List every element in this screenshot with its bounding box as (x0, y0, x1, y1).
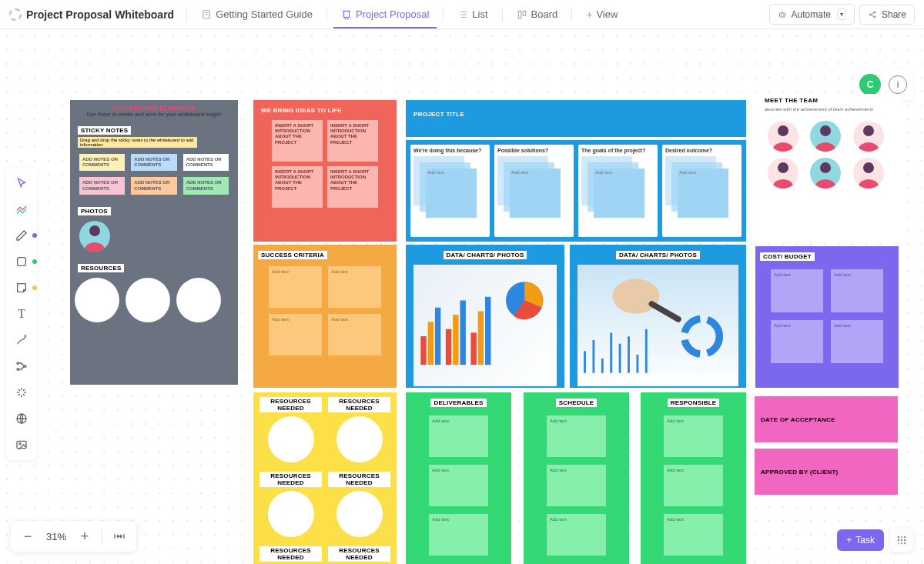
share-button[interactable]: Share (859, 5, 915, 25)
resp-note[interactable]: Add text (664, 465, 723, 506)
team-avatar[interactable] (768, 158, 798, 189)
photo-placeholder[interactable] (79, 221, 110, 252)
success-note[interactable]: Add text (328, 314, 381, 355)
deliv-note[interactable]: Add text (429, 514, 488, 556)
budget-note[interactable]: Add text (771, 320, 823, 363)
intro-note[interactable]: INSERT A SHORT INTRODUCTION ABOUT THE PR… (272, 166, 323, 208)
resource-circle[interactable] (268, 491, 314, 537)
deliverables-panel[interactable]: DELIVERABLES Add text Add text Add text (406, 392, 511, 564)
deliv-note[interactable]: Add text (429, 465, 488, 506)
team-avatar[interactable] (810, 158, 841, 189)
whiteboard-canvas[interactable]: C i T WHITEBOARD ELEMENTS Use these to c… (0, 29, 924, 564)
svg-rect-17 (428, 322, 434, 365)
budget-note[interactable]: Add text (831, 320, 883, 363)
zoom-out-button[interactable]: − (17, 526, 38, 547)
resource-circle[interactable] (126, 278, 170, 322)
sticky-note[interactable]: ADD NOTES OR COMMENTS (183, 177, 229, 194)
apps-button[interactable] (890, 529, 913, 552)
chart-image (413, 265, 557, 386)
charts-panel-1[interactable]: DATA/ CHARTS/ PHOTOS (406, 245, 564, 388)
success-panel[interactable]: SUCCESS CRITERIA Add text Add text Add t… (253, 245, 397, 388)
charts-label: DATA/ CHARTS/ PHOTOS (616, 251, 700, 259)
ai-tool[interactable] (11, 382, 32, 403)
cursor-tool[interactable] (11, 172, 32, 194)
resource-circle[interactable] (75, 278, 119, 322)
sched-note[interactable]: Add text (547, 415, 606, 457)
intro-note[interactable]: INSERT A SHORT INTRODUCTION ABOUT THE PR… (272, 120, 323, 162)
schedule-panel[interactable]: SCHEDULE Add text Add text Add text (524, 392, 629, 564)
resp-note[interactable]: Add text (664, 415, 723, 457)
share-label: Share (882, 9, 906, 20)
project-columns[interactable]: We're doing this because? Add text Possi… (406, 140, 746, 242)
pen-tool[interactable] (11, 225, 32, 246)
connector-tool[interactable] (11, 329, 32, 351)
tab-label: List (472, 8, 487, 20)
fit-width-button[interactable] (109, 526, 130, 547)
acceptance-panel[interactable]: DATE OF ACCEPTANCE (755, 396, 898, 442)
note-stack[interactable]: Add text (665, 156, 727, 216)
network-icon (15, 360, 28, 372)
task-button[interactable]: +Task (837, 529, 884, 551)
sticky-note[interactable]: ADD NOTES OR COMMENTS (79, 154, 125, 171)
resource-circle[interactable] (268, 416, 314, 462)
chevron-down-icon[interactable]: ▾ (837, 8, 846, 20)
automate-button[interactable]: Automate ▾ (769, 4, 855, 25)
avatar[interactable]: C (859, 74, 881, 95)
intro-note[interactable]: INSERT A SHORT INTRODUCTION ABOUT THE PR… (327, 120, 378, 162)
network-tool[interactable] (11, 355, 32, 377)
intro-note[interactable]: INSERT A SHORT INTRODUCTION ABOUT THE PR… (327, 166, 378, 208)
tab-project-proposal[interactable]: Project Proposal (333, 0, 437, 28)
tab-board[interactable]: Board (509, 0, 566, 28)
budget-panel[interactable]: COST/ BUDGET Add text Add text Add text … (755, 246, 899, 388)
budget-note[interactable]: Add text (831, 269, 883, 312)
svg-rect-24 (485, 297, 490, 365)
zoom-controls: − 31% + (11, 521, 136, 552)
team-avatar[interactable] (768, 121, 798, 152)
success-note[interactable]: Add text (269, 314, 322, 355)
team-avatar[interactable] (853, 121, 884, 152)
ideas-panel[interactable]: WE BRING IDEAS TO LIFE INSERT A SHORT IN… (253, 100, 397, 242)
team-avatar[interactable] (810, 121, 841, 152)
text-tool[interactable]: T (11, 303, 32, 325)
sticky-note[interactable]: ADD NOTES OR COMMENTS (131, 154, 176, 171)
sticky-icon (15, 282, 28, 294)
sticky-tool[interactable] (11, 277, 32, 299)
sticky-note[interactable]: ADD NOTES OR COMMENTS (131, 177, 176, 194)
sticky-note[interactable]: ADD NOTES OR COMMENTS (183, 154, 229, 171)
resp-note[interactable]: Add text (664, 514, 723, 556)
responsible-panel[interactable]: RESPONSIBLE Add text Add text Add text (641, 392, 746, 564)
tab-getting-started[interactable]: Getting Started Guide (193, 0, 320, 28)
doc-icon (201, 9, 212, 20)
tab-list[interactable]: List (450, 0, 495, 28)
diagram-tool[interactable] (11, 199, 32, 220)
team-avatar[interactable] (853, 158, 884, 189)
note-stack[interactable]: Add text (497, 156, 559, 216)
sticky-note[interactable]: ADD NOTES OR COMMENTS (79, 177, 125, 194)
sched-note[interactable]: Add text (547, 514, 606, 556)
tab-add-view[interactable]: + View (578, 0, 625, 28)
success-note[interactable]: Add text (269, 266, 322, 308)
resource-circle[interactable] (336, 491, 383, 537)
info-icon[interactable]: i (889, 75, 907, 94)
deliv-note[interactable]: Add text (429, 415, 488, 457)
image-tool[interactable] (11, 434, 32, 456)
elements-panel[interactable]: WHITEBOARD ELEMENTS Use these to create … (70, 100, 238, 385)
resources-needed-panel[interactable]: RESOURCES NEEDED RESOURCES NEEDED RESOUR… (253, 392, 397, 564)
project-title-bar[interactable]: PROJECT TITLE (406, 100, 746, 137)
note-stack[interactable]: Add text (413, 156, 475, 216)
zoom-in-button[interactable]: + (74, 526, 95, 547)
success-note[interactable]: Add text (328, 266, 381, 308)
sched-note[interactable]: Add text (547, 465, 606, 506)
team-panel[interactable]: MEET THE TEAM describe with the achievem… (755, 94, 902, 242)
note-stack[interactable]: Add text (581, 156, 643, 216)
budget-note[interactable]: Add text (771, 269, 823, 312)
svg-point-45 (904, 542, 906, 544)
approved-panel[interactable]: APPROVED BY (CLIENT) (755, 449, 898, 495)
resource-circle[interactable] (336, 416, 383, 462)
svg-point-4 (781, 15, 782, 15)
web-tool[interactable] (11, 408, 32, 429)
charts-panel-2[interactable]: DATA/ CHARTS/ PHOTOS (570, 245, 746, 388)
svg-point-10 (17, 362, 19, 365)
shape-tool[interactable] (11, 251, 32, 272)
resource-circle[interactable] (176, 278, 221, 322)
